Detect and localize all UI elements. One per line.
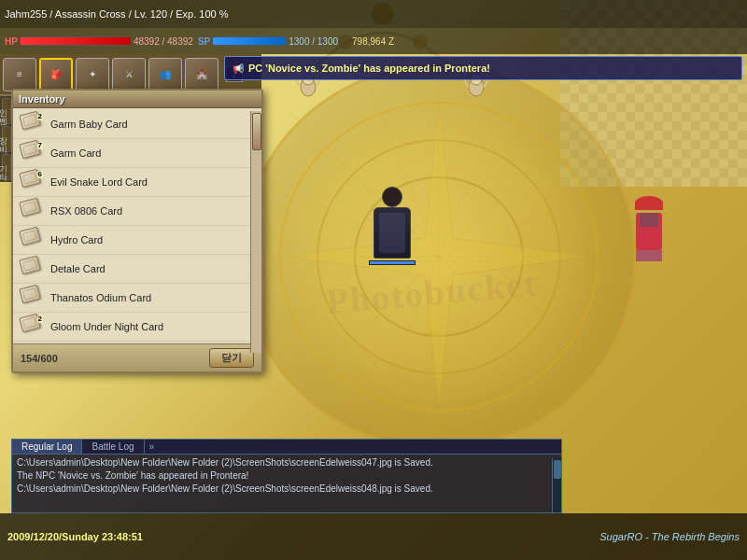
bottom-bar: 2009/12/20/Sunday 23:48:51 SugarRO - The… — [0, 513, 747, 560]
inventory-title-bar: Inventory — [13, 91, 261, 108]
log-scroll-thumb[interactable] — [554, 460, 561, 479]
log-line-0: C:\Users\admin\Desktop\New Folder\New Fo… — [17, 456, 557, 469]
item-count: 7 — [37, 142, 43, 149]
sp-bar — [212, 36, 287, 46]
action-btn-equip[interactable]: ⚔ — [112, 58, 146, 91]
hp-label: HP — [5, 36, 18, 47]
hp-bar — [20, 36, 132, 46]
char-body — [374, 207, 411, 259]
item-icon-wrapper — [21, 287, 43, 309]
item-name: Hydro Card — [50, 234, 254, 245]
tab-inventory[interactable]: 인벤 — [2, 98, 11, 124]
inventory-item-3[interactable]: RSX 0806 Card — [13, 197, 261, 226]
action-btn-guild[interactable]: 🏰 — [185, 58, 218, 91]
log-content: C:\Users\admin\Desktop\New Folder\New Fo… — [12, 455, 561, 497]
log-window: Regular Log Battle Log » C:\Users\admin\… — [11, 439, 562, 513]
hp-container: HP 48392 / 48392 — [5, 36, 193, 47]
item-name: Thanatos Odium Card — [50, 292, 254, 303]
inventory-item-1[interactable]: 7 Garm Card — [13, 139, 261, 168]
item-name: Evil Snake Lord Card — [50, 176, 254, 188]
game-brand: SugarRO - The Rebirth Begins — [599, 531, 740, 542]
inventory-item-2[interactable]: 6 Evil Snake Lord Card — [13, 168, 261, 197]
card-icon — [19, 198, 40, 217]
log-tabs-bar: Regular Log Battle Log » — [12, 440, 561, 455]
inventory-scrollbar[interactable] — [250, 111, 261, 353]
item-name: Detale Card — [50, 263, 254, 274]
item-icon-wrapper: 2 — [21, 315, 43, 338]
log-line-2: C:\Users\admin\Desktop\New Folder\New Fo… — [17, 483, 557, 496]
inventory-item-0[interactable]: 2 Garm Baby Card — [13, 110, 261, 139]
inventory-item-4[interactable]: Hydro Card — [13, 226, 261, 255]
item-count: 2 — [37, 315, 43, 323]
tab-equipment[interactable]: 장비 — [2, 126, 11, 152]
timestamp: 2009/12/20/Sunday 23:48:51 — [7, 531, 143, 542]
sp-label: SP — [198, 36, 210, 47]
log-tab-arrow[interactable]: » — [145, 440, 160, 454]
item-name: Gloom Under Night Card — [50, 321, 254, 332]
inventory-window: Inventory 2 Garm Baby Card 7 Garm Card 6… — [11, 89, 263, 373]
action-btn-party[interactable]: 👥 — [148, 58, 182, 91]
item-icon-wrapper: 2 — [21, 113, 43, 135]
tab-battle-log[interactable]: Battle Log — [82, 440, 144, 454]
player-info: Jahm255 / Assassin Cross / Lv. 120 / Exp… — [5, 8, 228, 20]
inventory-close-button[interactable]: 닫기 — [209, 348, 254, 368]
card-icon — [19, 256, 40, 275]
tab-other[interactable]: 기타 — [2, 154, 11, 180]
inventory-item-5[interactable]: Detale Card — [13, 255, 261, 284]
inventory-footer: 154/600 닫기 — [13, 343, 261, 371]
char-hp-bar — [369, 260, 416, 265]
inventory-title: Inventory — [19, 93, 65, 105]
card-icon — [19, 227, 40, 246]
item-icon-wrapper — [21, 200, 43, 222]
log-scrollbar[interactable] — [552, 458, 561, 512]
npc-character — [626, 196, 672, 261]
sp-container: SP 1300 / 1300 — [198, 36, 338, 47]
notification-icon: 📢 — [233, 63, 244, 74]
card-icon — [19, 285, 40, 304]
action-btn-menu[interactable]: ≡ — [3, 58, 36, 91]
item-icon-wrapper — [21, 258, 43, 280]
sp-value: 1300 / 1300 — [289, 36, 338, 47]
hp-sp-bar: HP 48392 / 48392 SP 1300 / 1300 798,964 … — [0, 28, 747, 54]
zeny-display: 798,964 Z — [352, 36, 394, 47]
item-count: 2 — [37, 113, 43, 120]
char-head — [382, 187, 402, 207]
hp-value: 48392 / 48392 — [134, 36, 193, 47]
item-name: RSX 0806 Card — [50, 205, 254, 217]
inventory-item-7[interactable]: 2 Gloom Under Night Card — [13, 313, 261, 342]
top-hud-bar: Jahm255 / Assassin Cross / Lv. 120 / Exp… — [0, 0, 747, 28]
inventory-list: 2 Garm Baby Card 7 Garm Card 6 Evil Snak… — [13, 108, 261, 343]
action-btn-skills[interactable]: ✦ — [76, 58, 109, 91]
npc-body — [636, 213, 662, 250]
item-name: Garm Baby Card — [50, 119, 254, 130]
action-btn-inv[interactable]: 🎒 — [39, 58, 73, 91]
inventory-item-6[interactable]: Thanatos Odium Card — [13, 284, 261, 313]
item-count: 6 — [37, 171, 43, 178]
item-icon-wrapper — [21, 229, 43, 251]
notification-banner: 📢 PC 'Novice vs. Zombie' has appeared in… — [224, 56, 742, 80]
scroll-thumb[interactable] — [252, 113, 261, 150]
item-icon-wrapper: 6 — [21, 171, 43, 193]
item-name: Garm Card — [50, 147, 254, 159]
item-icon-wrapper: 7 — [21, 142, 43, 164]
tab-regular-log[interactable]: Regular Log — [12, 440, 82, 454]
inventory-count: 154/600 — [21, 353, 58, 364]
npc-hat — [635, 196, 663, 210]
notification-text: PC 'Novice vs. Zombie' has appeared in P… — [248, 63, 490, 74]
player-character — [364, 187, 420, 261]
log-line-1: The NPC 'Novice vs. Zombie' has appeared… — [17, 469, 557, 483]
